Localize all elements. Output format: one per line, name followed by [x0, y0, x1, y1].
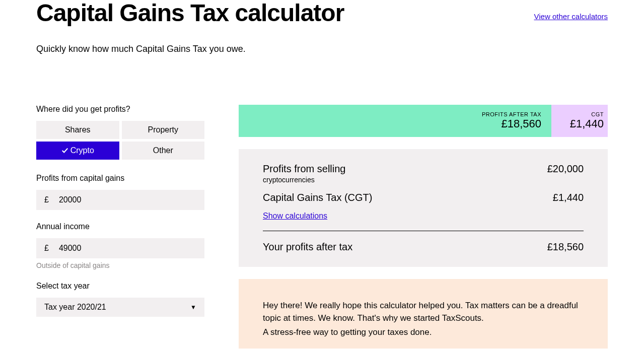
bar-cgt: CGT £1,440: [551, 105, 608, 137]
income-input[interactable]: [59, 244, 196, 253]
profits-input-group: £: [36, 190, 204, 210]
currency-prefix: £: [44, 244, 49, 253]
bar-cgt-value: £1,440: [570, 117, 604, 130]
results-panel: PROFITS AFTER TAX £18,560 CGT £1,440 Pro…: [239, 105, 608, 349]
income-helper: Outside of capital gains: [36, 261, 204, 269]
profits-source-label: Where did you get profits?: [36, 105, 204, 114]
row-after-tax-label: Your profits after tax: [263, 241, 352, 253]
row-selling-sub: cryptocurrencies: [263, 176, 346, 184]
check-icon: [61, 147, 68, 154]
input-panel: Where did you get profits? Shares Proper…: [36, 105, 204, 349]
profits-source-toggle: Shares Property Crypto Other: [36, 121, 204, 160]
option-other[interactable]: Other: [122, 142, 205, 160]
results-bar: PROFITS AFTER TAX £18,560 CGT £1,440: [239, 105, 608, 137]
option-shares[interactable]: Shares: [36, 121, 119, 139]
profits-input[interactable]: [59, 195, 196, 204]
income-label: Annual income: [36, 222, 204, 231]
bar-profits-after-tax: PROFITS AFTER TAX £18,560: [239, 105, 551, 137]
show-calculations-link[interactable]: Show calculations: [263, 212, 327, 221]
promo-line-2: A stress-free way to getting your taxes …: [263, 326, 584, 339]
row-selling-label: Profits from selling: [263, 163, 346, 175]
divider: [263, 231, 584, 231]
option-property[interactable]: Property: [122, 121, 205, 139]
row-cgt-label: Capital Gains Tax (CGT): [263, 192, 372, 203]
row-after-tax-value: £18,560: [547, 241, 584, 253]
option-crypto-label: Crypto: [70, 146, 94, 155]
row-cgt-value: £1,440: [553, 192, 584, 203]
tax-year-label: Select tax year: [36, 282, 204, 291]
chevron-down-icon: ▼: [190, 304, 196, 311]
bar-cgt-label: CGT: [591, 111, 604, 117]
page-subtitle: Quickly know how much Capital Gains Tax …: [36, 44, 608, 54]
bar-profits-value: £18,560: [501, 117, 541, 130]
profits-amount-label: Profits from capital gains: [36, 174, 204, 183]
bar-profits-label: PROFITS AFTER TAX: [482, 111, 541, 117]
page-title: Capital Gains Tax calculator: [36, 0, 344, 27]
promo-line-1: Hey there! We really hope this calculato…: [263, 299, 584, 325]
tax-year-value: Tax year 2020/21: [44, 303, 106, 312]
tax-year-select[interactable]: Tax year 2020/21 ▼: [36, 298, 204, 317]
promo-card: Hey there! We really hope this calculato…: [239, 279, 608, 349]
view-other-calculators-link[interactable]: View other calculators: [534, 12, 608, 21]
breakdown-card: Profits from selling cryptocurrencies £2…: [239, 149, 608, 267]
currency-prefix: £: [44, 195, 49, 204]
row-selling-value: £20,000: [547, 163, 584, 175]
income-input-group: £: [36, 238, 204, 258]
option-crypto[interactable]: Crypto: [36, 142, 119, 160]
